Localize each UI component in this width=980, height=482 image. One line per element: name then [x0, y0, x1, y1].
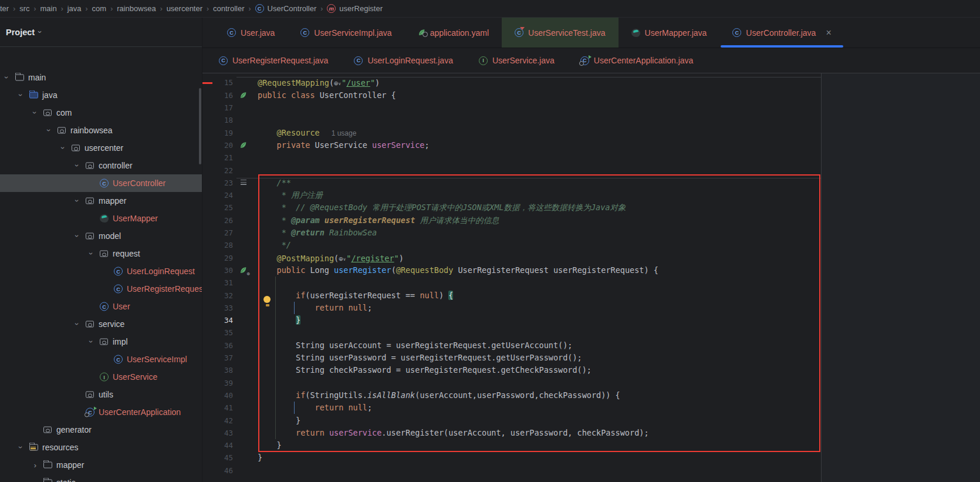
tab-UserRegisterRequest.java[interactable]: CUserRegisterRequest.java	[206, 48, 341, 73]
line-number[interactable]: 42	[202, 414, 233, 427]
line-number[interactable]: 23	[202, 177, 233, 189]
tab-label: UserService.java	[492, 56, 555, 65]
breadcrumb-item-UserController[interactable]: CUserController	[255, 4, 317, 13]
tree-chevron-icon[interactable]: ›	[69, 161, 86, 170]
tree-item-UserLoginRequest[interactable]: CUserLoginRequest	[0, 262, 202, 280]
line-number[interactable]: 26	[202, 214, 233, 227]
line-number[interactable]: 35	[202, 326, 233, 339]
line-number[interactable]: 30	[202, 264, 233, 277]
line-number[interactable]: 38	[202, 364, 233, 376]
tree-item-static[interactable]: static	[0, 474, 202, 482]
tree-item-model[interactable]: ›model	[0, 227, 202, 245]
breadcrumb-item-controller[interactable]: controller	[213, 4, 244, 13]
tree-item-rainbowsea[interactable]: ›rainbowsea	[0, 122, 202, 139]
tree-item-usercenter[interactable]: ›usercenter	[0, 139, 202, 157]
tree-item-com[interactable]: ›com	[0, 104, 202, 122]
breadcrumb-item-main[interactable]: main	[40, 4, 57, 13]
breadcrumb-item-userRegister[interactable]: muserRegister	[327, 4, 383, 13]
tree-item-UserController[interactable]: CUserController	[0, 174, 202, 192]
line-number[interactable]: 32	[202, 289, 233, 302]
line-number[interactable]: 36	[202, 339, 233, 352]
breadcrumb-item-src[interactable]: src	[19, 4, 29, 13]
project-panel-header[interactable]: Project ›	[0, 18, 202, 47]
tab-UserServiceImpl.java[interactable]: CUserServiceImpl.java	[288, 18, 404, 48]
tree-item-UserCenterApplication[interactable]: CUserCenterApplication	[0, 403, 202, 421]
close-icon[interactable]: ×	[826, 28, 831, 38]
breadcrumb-item-java[interactable]: java	[67, 4, 82, 13]
tree-chevron-icon[interactable]: ›	[12, 443, 30, 452]
tree-item-java[interactable]: ›java	[0, 86, 202, 104]
code-editor[interactable]: 15@RequestMapping(⊕∨"/user")16public cla…	[202, 73, 821, 482]
mybatis-mapper-icon	[631, 29, 640, 37]
tree-item-generator[interactable]: generator	[0, 421, 202, 439]
line-number[interactable]: 16	[202, 89, 233, 102]
line-number[interactable]: 17	[202, 102, 233, 114]
tree-item-User[interactable]: CUser	[0, 298, 202, 315]
line-number[interactable]: 46	[202, 464, 233, 477]
line-number[interactable]: 37	[202, 352, 233, 364]
folder-icon	[43, 462, 52, 468]
tree-chevron-icon[interactable]: ›	[83, 337, 100, 346]
tab-UserService.java[interactable]: IUserService.java	[466, 48, 567, 73]
line-number[interactable]: 33	[202, 302, 233, 314]
line-number[interactable]: 34	[202, 314, 233, 326]
line-number[interactable]: 20	[202, 139, 233, 151]
tree-chevron-icon[interactable]: ›	[69, 196, 86, 205]
line-number[interactable]: 21	[202, 151, 233, 164]
tree-item-mapper[interactable]: ›mapper	[0, 192, 202, 210]
tree-item-controller[interactable]: ›controller	[0, 157, 202, 174]
tab-UserCenterApplication.java[interactable]: CUserCenterApplication.java	[567, 48, 707, 73]
tree-item-UserServiceImpl[interactable]: CUserServiceImpl	[0, 350, 202, 368]
tree-chevron-icon[interactable]: ›	[69, 231, 86, 241]
tree-item-impl[interactable]: ›impl	[0, 333, 202, 350]
line-number[interactable]: 41	[202, 402, 233, 414]
tab-User.java[interactable]: CUser.java	[214, 18, 288, 48]
tree-item-label: UserService	[113, 368, 157, 386]
tree-chevron-icon[interactable]: ›	[26, 108, 44, 117]
tree-chevron-icon[interactable]: ›	[83, 249, 100, 258]
tab-UserServiceTest.java[interactable]: CUserServiceTest.java	[502, 18, 619, 48]
line-number[interactable]: 43	[202, 427, 233, 439]
tree-item-service[interactable]: ›service	[0, 315, 202, 333]
line-number[interactable]: 29	[202, 252, 233, 264]
url-mapping-globe-icon[interactable]: ⊕∨	[334, 76, 342, 90]
breadcrumb-item-com[interactable]: com	[92, 4, 107, 13]
breadcrumb-separator-icon: ›	[160, 5, 163, 13]
line-number[interactable]: 40	[202, 389, 233, 402]
breadcrumb-item-rainbowsea[interactable]: rainbowsea	[117, 4, 156, 13]
tree-chevron-icon[interactable]: ›	[40, 126, 58, 135]
line-number[interactable]: 24	[202, 189, 233, 201]
tree-item-mapper[interactable]: ›mapper	[0, 456, 202, 474]
tab-UserMapper.java[interactable]: UserMapper.java	[619, 18, 720, 48]
tree-item-UserService[interactable]: IUserService	[0, 368, 202, 386]
tree-chevron-icon[interactable]: ›	[12, 90, 30, 100]
tree-item-resources[interactable]: ›resources	[0, 439, 202, 456]
tree-chevron-icon[interactable]: ›	[31, 456, 40, 474]
tree-item-UserRegisterRequest[interactable]: CUserRegisterRequest	[0, 280, 202, 298]
tree-chevron-icon[interactable]: ›	[55, 143, 72, 153]
breadcrumb-item-ter[interactable]: ter	[0, 4, 9, 13]
tab-UserLoginRequest.java[interactable]: CUserLoginRequest.java	[341, 48, 466, 73]
line-number[interactable]: 27	[202, 227, 233, 239]
tree-item-main[interactable]: ›main	[0, 69, 202, 86]
project-scrollbar-thumb[interactable]	[199, 88, 201, 164]
tree-item-request[interactable]: ›request	[0, 245, 202, 262]
tree-chevron-icon[interactable]: ›	[69, 319, 86, 329]
tab-application.yaml[interactable]: application.yaml	[405, 18, 502, 48]
line-number[interactable]: 31	[202, 277, 233, 289]
line-number[interactable]: 28	[202, 239, 233, 251]
tree-chevron-icon[interactable]: ›	[0, 73, 16, 82]
line-number[interactable]: 39	[202, 377, 233, 389]
line-number[interactable]: 18	[202, 114, 233, 126]
breadcrumb-item-usercenter[interactable]: usercenter	[167, 4, 202, 13]
line-number[interactable]: 25	[202, 201, 233, 214]
tree-item-utils[interactable]: utils	[0, 386, 202, 403]
line-number[interactable]: 22	[202, 164, 233, 177]
chevron-down-icon: ›	[36, 31, 45, 33]
line-number[interactable]: 19	[202, 127, 233, 139]
line-number[interactable]: 44	[202, 439, 233, 451]
spring-boot-class-icon: C	[86, 408, 94, 417]
line-number[interactable]: 45	[202, 451, 233, 464]
tree-item-UserMapper[interactable]: UserMapper	[0, 210, 202, 227]
tab-UserController.java[interactable]: CUserController.java×	[719, 18, 844, 48]
